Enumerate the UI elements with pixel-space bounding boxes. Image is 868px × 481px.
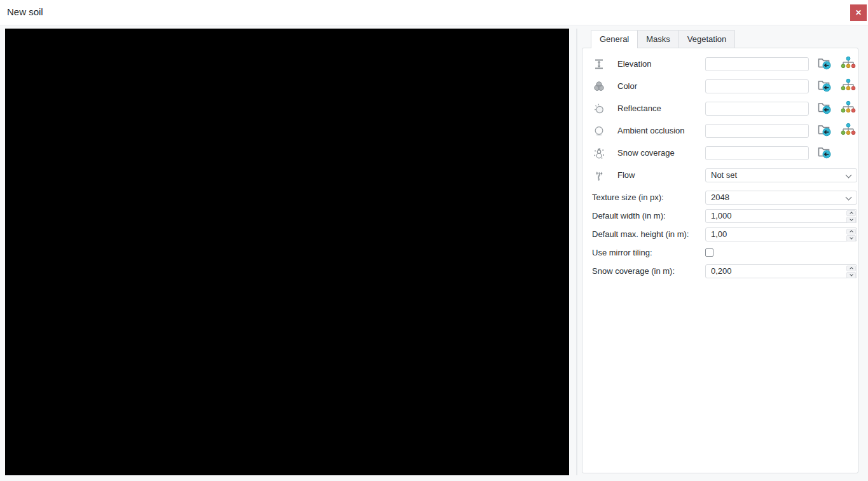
chevron-up-icon (850, 230, 853, 234)
snow-coverage-m-input[interactable] (706, 265, 833, 278)
window-title: New soil (7, 6, 43, 17)
snow-coverage-m-increment-button[interactable] (846, 266, 856, 272)
chevron-up-icon (850, 212, 853, 215)
close-button[interactable]: ✕ (850, 4, 867, 21)
field-row-default-width: Default width (in m): (582, 207, 858, 225)
field-row-use-mirror-tiling: Use mirror tiling: (582, 243, 858, 262)
field-row-texture-size: Texture size (in px): 2048 (582, 188, 858, 207)
node-hierarchy-icon (841, 123, 856, 139)
field-row-snow-coverage-m: Snow coverage (in m): (582, 262, 858, 280)
snow-coverage-m-decrement-button[interactable] (846, 272, 856, 278)
folder-import-icon (816, 78, 832, 95)
color-graph-button[interactable] (840, 79, 856, 93)
texture-row-snow-coverage: Snow coverage (582, 142, 858, 164)
color-input[interactable] (705, 79, 809, 93)
texture-row-ambient-occlusion: Ambient occlusion (582, 119, 858, 142)
color-icon (593, 80, 605, 93)
texture-row-elevation: Elevation (582, 53, 858, 75)
default-max-height-label: Default max. height (in m): (592, 229, 705, 239)
flow-select[interactable]: Not set (705, 168, 857, 182)
default-width-increment-button[interactable] (846, 210, 856, 217)
default-width-label: Default width (in m): (592, 211, 705, 220)
elevation-graph-button[interactable] (840, 57, 856, 71)
reflectance-label: Reflectance (617, 104, 705, 113)
field-row-default-max-height: Default max. height (in m): (582, 225, 858, 243)
flow-select-value: Not set (711, 170, 737, 180)
tab-general[interactable]: General (591, 30, 638, 48)
tab-content-general: Elevation Color (582, 48, 858, 473)
default-max-height-stepper (705, 227, 857, 241)
texture-size-value: 2048 (711, 193, 729, 202)
elevation-label: Elevation (617, 59, 705, 69)
folder-import-icon (816, 56, 832, 72)
color-label: Color (617, 81, 705, 91)
default-width-input[interactable] (706, 210, 833, 222)
folder-import-icon (816, 145, 832, 161)
flow-icon (593, 169, 605, 182)
close-icon: ✕ (855, 8, 862, 17)
default-width-decrement-button[interactable] (846, 217, 856, 223)
ambient-occlusion-label: Ambient occlusion (617, 126, 705, 135)
title-bar: New soil ✕ (0, 0, 868, 25)
reflectance-graph-button[interactable] (840, 101, 856, 116)
chevron-down-icon (846, 172, 852, 178)
ambient-occlusion-icon (593, 125, 605, 137)
soil-preview-viewport[interactable] (5, 29, 569, 475)
tab-vegetation[interactable]: Vegetation (679, 30, 735, 48)
default-max-height-input[interactable] (706, 228, 833, 241)
folder-import-icon (816, 100, 832, 117)
chevron-down-icon (846, 194, 852, 200)
chevron-down-icon (850, 236, 853, 240)
elevation-input[interactable] (705, 57, 809, 71)
default-max-height-decrement-button[interactable] (846, 235, 856, 241)
tab-masks[interactable]: Masks (637, 30, 679, 48)
panel-splitter[interactable] (576, 29, 577, 475)
snow-coverage-input[interactable] (705, 146, 809, 160)
properties-panel: General Masks Vegetation Elevation Color (582, 30, 858, 473)
snow-coverage-m-stepper (705, 264, 857, 278)
chevron-down-icon (850, 273, 853, 276)
snow-coverage-label: Snow coverage (617, 148, 705, 158)
snow-coverage-icon (593, 147, 605, 159)
chevron-up-icon (850, 267, 853, 271)
reflectance-icon (593, 102, 605, 115)
snow-coverage-browse-button[interactable] (816, 146, 832, 160)
chevron-down-icon (850, 217, 853, 221)
snow-coverage-m-label: Snow coverage (in m): (592, 266, 705, 276)
reflectance-browse-button[interactable] (816, 101, 832, 116)
node-hierarchy-icon (841, 56, 856, 72)
folder-import-icon (816, 123, 832, 139)
elevation-browse-button[interactable] (816, 57, 832, 71)
texture-size-label: Texture size (in px): (592, 193, 705, 202)
flow-label: Flow (617, 170, 705, 180)
ambient-occlusion-browse-button[interactable] (816, 123, 832, 138)
elevation-icon (593, 58, 605, 71)
tab-bar: General Masks Vegetation (582, 30, 858, 48)
node-hierarchy-icon (841, 100, 856, 116)
texture-size-select[interactable]: 2048 (705, 191, 857, 205)
default-width-stepper (705, 209, 857, 223)
node-hierarchy-icon (841, 78, 856, 94)
ambient-occlusion-graph-button[interactable] (840, 123, 856, 138)
texture-row-reflectance: Reflectance (582, 97, 858, 119)
ambient-occlusion-input[interactable] (705, 124, 809, 138)
use-mirror-tiling-checkbox[interactable] (705, 248, 713, 257)
default-max-height-increment-button[interactable] (846, 229, 856, 235)
reflectance-input[interactable] (705, 102, 809, 116)
texture-row-color: Color (582, 75, 858, 97)
texture-row-flow: Flow Not set (582, 164, 858, 186)
use-mirror-tiling-label: Use mirror tiling: (592, 248, 705, 257)
color-browse-button[interactable] (816, 79, 832, 93)
